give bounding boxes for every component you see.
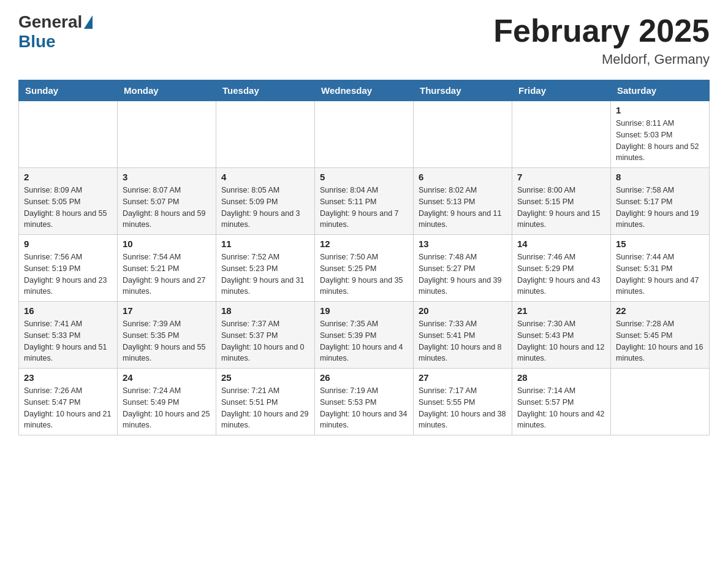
day-info: Sunrise: 7:50 AMSunset: 5:25 PMDaylight:… [320,251,408,297]
calendar-cell: 25Sunrise: 7:21 AMSunset: 5:51 PMDayligh… [216,369,315,435]
title-section: February 2025 Meldorf, Germany [493,12,710,67]
day-number: 3 [123,172,211,182]
column-header-thursday: Thursday [414,80,512,101]
day-info: Sunrise: 8:00 AMSunset: 5:15 PMDaylight:… [517,185,605,231]
calendar-cell [315,101,414,168]
column-header-tuesday: Tuesday [216,80,315,101]
day-info: Sunrise: 7:44 AMSunset: 5:31 PMDaylight:… [616,251,704,297]
day-number: 9 [24,239,112,249]
calendar-cell: 2Sunrise: 8:09 AMSunset: 5:05 PMDaylight… [19,168,118,235]
day-info: Sunrise: 7:46 AMSunset: 5:29 PMDaylight:… [517,251,605,297]
day-info: Sunrise: 7:33 AMSunset: 5:41 PMDaylight:… [419,318,507,364]
day-info: Sunrise: 7:39 AMSunset: 5:35 PMDaylight:… [123,318,211,364]
day-number: 7 [517,172,605,182]
day-info: Sunrise: 7:17 AMSunset: 5:55 PMDaylight:… [419,385,507,431]
calendar-cell: 21Sunrise: 7:30 AMSunset: 5:43 PMDayligh… [512,302,611,369]
calendar-cell: 24Sunrise: 7:24 AMSunset: 5:49 PMDayligh… [118,369,216,435]
calendar-cell: 17Sunrise: 7:39 AMSunset: 5:35 PMDayligh… [118,302,216,369]
day-number: 2 [24,172,112,182]
calendar-cell [512,101,611,168]
calendar-cell: 9Sunrise: 7:56 AMSunset: 5:19 PMDaylight… [19,235,118,302]
calendar-cell: 18Sunrise: 7:37 AMSunset: 5:37 PMDayligh… [216,302,315,369]
logo-general-text: General [18,12,93,32]
day-number: 15 [616,239,704,249]
week-row-3: 16Sunrise: 7:41 AMSunset: 5:33 PMDayligh… [19,302,710,369]
day-number: 5 [320,172,408,182]
day-info: Sunrise: 7:21 AMSunset: 5:51 PMDaylight:… [221,385,309,431]
day-info: Sunrise: 7:30 AMSunset: 5:43 PMDaylight:… [517,318,605,364]
calendar-cell: 8Sunrise: 7:58 AMSunset: 5:17 PMDaylight… [611,168,710,235]
calendar-cell: 23Sunrise: 7:26 AMSunset: 5:47 PMDayligh… [19,369,118,435]
calendar-header-row: SundayMondayTuesdayWednesdayThursdayFrid… [19,80,710,101]
calendar-cell: 28Sunrise: 7:14 AMSunset: 5:57 PMDayligh… [512,369,611,435]
week-row-2: 9Sunrise: 7:56 AMSunset: 5:19 PMDaylight… [19,235,710,302]
calendar-cell: 12Sunrise: 7:50 AMSunset: 5:25 PMDayligh… [315,235,414,302]
day-number: 10 [123,239,211,249]
calendar-cell: 19Sunrise: 7:35 AMSunset: 5:39 PMDayligh… [315,302,414,369]
day-info: Sunrise: 7:52 AMSunset: 5:23 PMDaylight:… [221,251,309,297]
calendar-cell: 3Sunrise: 8:07 AMSunset: 5:07 PMDaylight… [118,168,216,235]
day-info: Sunrise: 7:37 AMSunset: 5:37 PMDaylight:… [221,318,309,364]
calendar-cell: 7Sunrise: 8:00 AMSunset: 5:15 PMDaylight… [512,168,611,235]
calendar-cell: 20Sunrise: 7:33 AMSunset: 5:41 PMDayligh… [414,302,512,369]
day-info: Sunrise: 8:05 AMSunset: 5:09 PMDaylight:… [221,185,309,231]
day-number: 17 [123,305,211,316]
calendar-cell: 13Sunrise: 7:48 AMSunset: 5:27 PMDayligh… [414,235,512,302]
week-row-0: 1Sunrise: 8:11 AMSunset: 5:03 PMDaylight… [19,101,710,168]
day-info: Sunrise: 8:07 AMSunset: 5:07 PMDaylight:… [123,185,211,231]
day-number: 12 [320,239,408,249]
day-info: Sunrise: 7:35 AMSunset: 5:39 PMDaylight:… [320,318,408,364]
column-header-friday: Friday [512,80,611,101]
day-number: 22 [616,305,704,316]
location: Meldorf, Germany [493,52,710,67]
calendar-cell: 6Sunrise: 8:02 AMSunset: 5:13 PMDaylight… [414,168,512,235]
calendar-cell [19,101,118,168]
calendar-cell: 15Sunrise: 7:44 AMSunset: 5:31 PMDayligh… [611,235,710,302]
day-number: 24 [123,372,211,383]
week-row-1: 2Sunrise: 8:09 AMSunset: 5:05 PMDaylight… [19,168,710,235]
day-number: 25 [221,372,309,383]
calendar-cell: 26Sunrise: 7:19 AMSunset: 5:53 PMDayligh… [315,369,414,435]
calendar-cell: 22Sunrise: 7:28 AMSunset: 5:45 PMDayligh… [611,302,710,369]
day-number: 18 [221,305,309,316]
day-info: Sunrise: 7:54 AMSunset: 5:21 PMDaylight:… [123,251,211,297]
logo-blue-text: Blue [18,32,56,52]
day-info: Sunrise: 8:04 AMSunset: 5:11 PMDaylight:… [320,185,408,231]
day-number: 1 [616,105,704,115]
day-info: Sunrise: 8:11 AMSunset: 5:03 PMDaylight:… [616,118,704,164]
day-number: 14 [517,239,605,249]
day-info: Sunrise: 7:48 AMSunset: 5:27 PMDaylight:… [419,251,507,297]
calendar-table: SundayMondayTuesdayWednesdayThursdayFrid… [18,80,710,435]
day-info: Sunrise: 7:26 AMSunset: 5:47 PMDaylight:… [24,385,112,431]
day-number: 13 [419,239,507,249]
calendar-cell: 27Sunrise: 7:17 AMSunset: 5:55 PMDayligh… [414,369,512,435]
day-number: 27 [419,372,507,383]
calendar-cell [216,101,315,168]
day-number: 6 [419,172,507,182]
day-number: 23 [24,372,112,383]
day-number: 8 [616,172,704,182]
page-header: General Blue February 2025 Meldorf, Germ… [18,12,710,67]
day-info: Sunrise: 7:19 AMSunset: 5:53 PMDaylight:… [320,385,408,431]
calendar-cell: 16Sunrise: 7:41 AMSunset: 5:33 PMDayligh… [19,302,118,369]
day-number: 11 [221,239,309,249]
logo: General Blue [18,12,93,52]
day-info: Sunrise: 7:56 AMSunset: 5:19 PMDaylight:… [24,251,112,297]
day-number: 4 [221,172,309,182]
day-info: Sunrise: 7:28 AMSunset: 5:45 PMDaylight:… [616,318,704,364]
calendar-cell: 10Sunrise: 7:54 AMSunset: 5:21 PMDayligh… [118,235,216,302]
day-number: 16 [24,305,112,316]
day-info: Sunrise: 7:58 AMSunset: 5:17 PMDaylight:… [616,185,704,231]
day-number: 19 [320,305,408,316]
calendar-cell: 4Sunrise: 8:05 AMSunset: 5:09 PMDaylight… [216,168,315,235]
day-info: Sunrise: 7:24 AMSunset: 5:49 PMDaylight:… [123,385,211,431]
calendar-cell [118,101,216,168]
day-number: 28 [517,372,605,383]
calendar-cell: 14Sunrise: 7:46 AMSunset: 5:29 PMDayligh… [512,235,611,302]
week-row-4: 23Sunrise: 7:26 AMSunset: 5:47 PMDayligh… [19,369,710,435]
day-info: Sunrise: 8:02 AMSunset: 5:13 PMDaylight:… [419,185,507,231]
month-title: February 2025 [493,12,710,49]
column-header-saturday: Saturday [611,80,710,101]
calendar-cell [414,101,512,168]
day-number: 21 [517,305,605,316]
